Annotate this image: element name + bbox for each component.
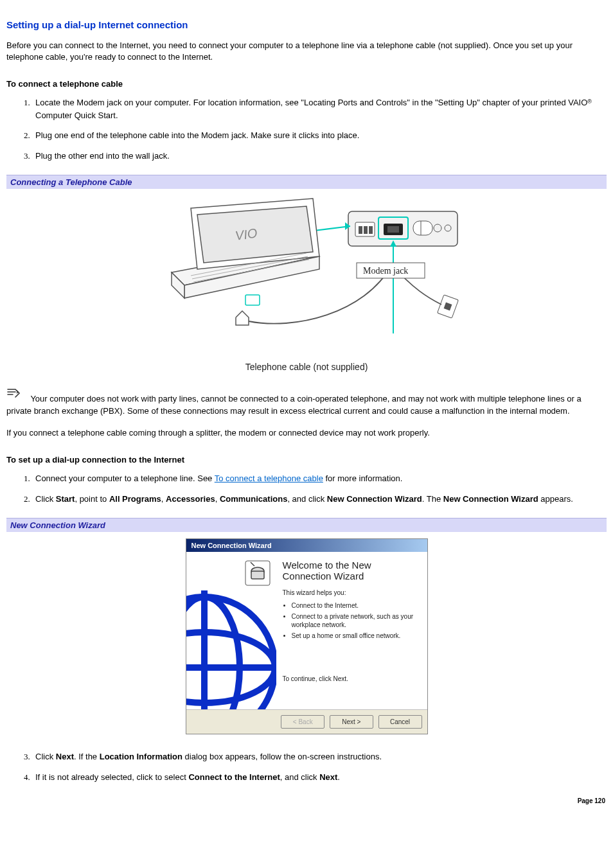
modem-jack-label: Modem jack xyxy=(363,266,408,276)
list-item: Connect to the Internet. xyxy=(292,601,418,610)
wizard-button-bar: < Back Next > Cancel xyxy=(186,709,427,734)
section2-steps-cont: Click Next. If the Location Information … xyxy=(19,750,607,783)
step1-text-a: Locate the Modem jack on your computer. … xyxy=(35,98,587,107)
svg-rect-3 xyxy=(364,226,368,234)
list-item: Plug the other end into the wall jack. xyxy=(32,150,607,163)
figure1: VIO Modem jack Telephon xyxy=(6,195,607,372)
bold-all-programs: All Programs xyxy=(109,494,161,504)
bold-connect-to-internet: Connect to the Internet xyxy=(188,772,280,782)
note-block: Your computer does not work with party l… xyxy=(6,388,607,418)
step-text: . xyxy=(337,772,340,782)
page-title: Setting up a dial-up Internet connection xyxy=(6,19,607,30)
bold-location-information: Location Information xyxy=(100,752,182,761)
list-item: Locate the Modem jack on your computer. … xyxy=(32,96,607,121)
svg-rect-38 xyxy=(251,571,264,579)
list-item: Connect to a private network, such as yo… xyxy=(292,612,418,629)
bold-new-connection-wizard2: New Connection Wizard xyxy=(443,494,538,504)
registered-mark: ® xyxy=(587,98,592,105)
list-item: Set up a home or small office network. xyxy=(292,632,418,640)
note-icon xyxy=(6,388,21,403)
step-text: , and click xyxy=(287,494,326,504)
cancel-button[interactable]: Cancel xyxy=(378,715,422,729)
laptop-modem-illustration: VIO Modem jack xyxy=(152,195,461,356)
step-text: , xyxy=(161,494,166,504)
step-text: , point to xyxy=(75,494,109,504)
step-text: . If the xyxy=(74,752,100,761)
svg-line-12 xyxy=(314,226,350,231)
figure1-caption-bar: Connecting a Telephone Cable xyxy=(6,175,607,189)
bold-next2: Next xyxy=(319,772,337,782)
section2-heading: To set up a dial-up connection to the In… xyxy=(6,455,607,465)
step-text: Click xyxy=(35,752,56,761)
list-item: Connect your computer to a telephone lin… xyxy=(32,472,607,485)
page-number: Page 120 xyxy=(578,797,605,804)
figure2: New Connection Wizard xyxy=(6,538,607,734)
bold-new-connection-wizard: New Connection Wizard xyxy=(327,494,422,504)
step-text: , and click xyxy=(280,772,319,782)
list-item: Plug one end of the telephone cable into… xyxy=(32,129,607,142)
splitter-paragraph: If you connect a telephone cable coming … xyxy=(6,427,607,439)
wizard-bullet-list: Connect to the Internet. Connect to a pr… xyxy=(292,601,418,640)
step-text: Click xyxy=(35,494,56,504)
figure1-below-caption: Telephone cable (not supplied) xyxy=(152,362,461,372)
step-text: dialog box appears, follow the on-screen… xyxy=(182,752,382,761)
bold-start: Start xyxy=(56,494,75,504)
back-button[interactable]: < Back xyxy=(281,715,324,729)
step-text: appears. xyxy=(538,494,573,504)
step1-text-b: Computer Quick Start. xyxy=(35,111,118,120)
wizard-continue-text: To continue, click Next. xyxy=(283,675,418,682)
wizard-titlebar: New Connection Wizard xyxy=(186,539,427,552)
next-button[interactable]: Next > xyxy=(330,715,373,729)
wizard-sidebar-graphic xyxy=(186,552,276,709)
section1-steps: Locate the Modem jack on your computer. … xyxy=(19,96,607,162)
section1-heading: To connect a telephone cable xyxy=(6,79,607,89)
note-text: Your computer does not work with party l… xyxy=(6,394,582,416)
bold-next: Next xyxy=(56,752,74,761)
wizard-helps-text: This wizard helps you: xyxy=(283,589,418,596)
step-text: Connect your computer to a telephone lin… xyxy=(35,474,215,483)
svg-rect-2 xyxy=(359,226,362,234)
step-text: . The xyxy=(422,494,443,504)
step-text: , xyxy=(215,494,220,504)
svg-rect-25 xyxy=(245,295,260,305)
svg-rect-8 xyxy=(413,221,432,235)
list-item: Click Next. If the Location Information … xyxy=(32,750,607,763)
step-text: If it is not already selected, click to … xyxy=(35,772,188,782)
bold-accessories: Accessories xyxy=(166,494,215,504)
wizard-welcome-heading: Welcome to the New Connection Wizard xyxy=(283,560,418,581)
intro-paragraph: Before you can connect to the Internet, … xyxy=(6,40,607,63)
wizard-dialog: New Connection Wizard xyxy=(186,538,428,734)
list-item: Click Start, point to All Programs, Acce… xyxy=(32,493,607,506)
bold-communications: Communications xyxy=(220,494,287,504)
svg-rect-7 xyxy=(387,226,399,233)
figure2-caption-bar: New Connection Wizard xyxy=(6,518,607,532)
step-text: for more information. xyxy=(323,474,403,483)
svg-rect-4 xyxy=(369,226,373,234)
link-connect-telephone-cable[interactable]: To connect a telephone cable xyxy=(215,474,323,483)
section2-steps: Connect your computer to a telephone lin… xyxy=(19,472,607,505)
list-item: If it is not already selected, click to … xyxy=(32,771,607,784)
